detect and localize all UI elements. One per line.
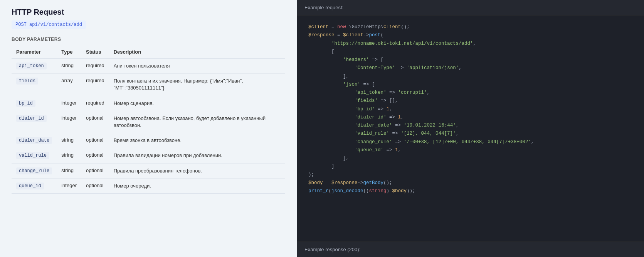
code-block: $client = new \GuzzleHttp\Client(); $res… [297, 15, 644, 242]
table-row: queue_idintegeroptionalНомер очереди. [12, 178, 285, 193]
page-title: HTTP Request [12, 8, 285, 17]
table-row: api_tokenstringrequiredАпи токен пользов… [12, 58, 285, 74]
param-name: api_token [16, 63, 47, 69]
param-status: optional [81, 133, 109, 148]
param-name: dialer_id [16, 115, 47, 122]
param-status: required [81, 96, 109, 111]
param-name: valid_rule [16, 152, 49, 159]
param-status: required [81, 58, 109, 74]
param-type: integer [57, 111, 81, 133]
body-params-label: Body Parameters [12, 37, 285, 42]
param-name: queue_id [16, 183, 44, 189]
endpoint-badge: POST api/v1/contacts/add [12, 20, 86, 29]
param-type: string [57, 163, 81, 178]
table-row: bp_idintegerrequiredНомер сценария. [12, 96, 285, 111]
param-desc: Апи токен пользователя [109, 58, 285, 74]
param-status: required [81, 74, 109, 96]
param-desc: Номер сценария. [109, 96, 285, 111]
col-description: Description [109, 46, 285, 58]
param-desc: Время звонка в автообзвоне. [109, 133, 285, 148]
param-status: optional [81, 148, 109, 163]
param-status: optional [81, 178, 109, 193]
col-status: Status [81, 46, 109, 58]
param-name: change_rule [16, 167, 52, 174]
right-panel: Example request: $client = new \GuzzleHt… [297, 0, 644, 257]
table-row: fieldsarrayrequiredПоля контакта и их зн… [12, 74, 285, 96]
param-name: fields [16, 78, 38, 85]
table-row: dialer_datestringoptionalВремя звонка в … [12, 133, 285, 148]
param-type: string [57, 58, 81, 74]
param-desc: Правила валидации номеров при добавлении… [109, 148, 285, 163]
param-desc: Правила преобразования телефонов. [109, 163, 285, 178]
param-type: string [57, 148, 81, 163]
param-desc: Номер очереди. [109, 178, 285, 193]
table-header-row: Parameter Type Status Description [12, 46, 285, 58]
left-panel: HTTP Request POST api/v1/contacts/add Bo… [0, 0, 297, 257]
col-type: Type [57, 46, 81, 58]
param-status: optional [81, 111, 109, 133]
param-type: string [57, 133, 81, 148]
param-type: integer [57, 178, 81, 193]
param-status: optional [81, 163, 109, 178]
param-desc: Поля контакта и их значения. Например: {… [109, 74, 285, 96]
param-desc: Номер автообзвона. Если указано, будет д… [109, 111, 285, 133]
param-name: dialer_date [16, 137, 52, 144]
param-name: bp_id [16, 100, 35, 107]
table-row: change_rulestringoptionalПравила преобра… [12, 163, 285, 178]
example-request-header: Example request: [297, 0, 644, 15]
example-response-header: Example response (200): [297, 242, 644, 257]
table-row: dialer_idintegeroptionalНомер автообзвон… [12, 111, 285, 133]
param-type: array [57, 74, 81, 96]
param-type: integer [57, 96, 81, 111]
col-parameter: Parameter [12, 46, 57, 58]
table-row: valid_rulestringoptionalПравила валидаци… [12, 148, 285, 163]
params-table: Parameter Type Status Description api_to… [12, 46, 285, 194]
